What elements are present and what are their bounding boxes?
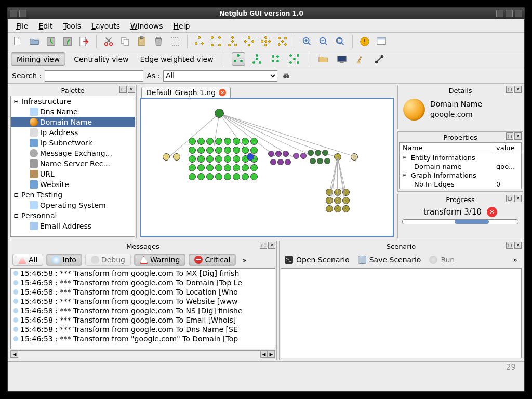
message-row[interactable]: 15:46:58 : *** Transform from google.com… [11,315,275,325]
window-view-button[interactable] [375,35,388,48]
graph-node[interactable] [233,138,240,145]
graph-node[interactable] [224,164,231,171]
warning-indicator-icon[interactable] [358,35,371,48]
menu-edit[interactable]: Edit [34,21,57,31]
centrality-view-button[interactable]: Centrality view [71,53,131,65]
graph-node[interactable] [250,164,258,171]
graph-node[interactable] [189,138,196,145]
graph-node[interactable] [308,150,314,156]
graph-node[interactable] [215,109,224,118]
layout-hierarchical-button[interactable] [193,35,206,48]
save-button[interactable] [44,35,58,48]
graph-node[interactable] [250,173,258,180]
save-scenario-button[interactable]: Save Scenario [358,256,421,264]
exit-button[interactable] [77,35,91,48]
search-input[interactable] [45,70,143,82]
graph-node[interactable] [206,164,214,171]
palette-item[interactable]: URL [11,169,135,179]
graph-node[interactable] [197,138,205,145]
copy-button[interactable] [118,35,132,48]
edge-tool-button[interactable] [373,52,386,66]
graph-node[interactable] [326,205,333,212]
menu-tools[interactable]: Tools [59,21,86,31]
graph-node[interactable] [242,147,249,154]
palette-item[interactable]: Email Address [11,221,135,231]
scenario-close-icon[interactable]: ✕ [514,242,522,249]
scenario-canvas[interactable] [281,268,522,358]
graph-node[interactable] [215,138,222,145]
graph-tab-close-icon[interactable]: ✕ [219,89,226,96]
zoom-out-button[interactable] [317,35,330,48]
graph-node[interactable] [189,173,196,180]
palette-item[interactable]: Domain Name [11,117,135,127]
progress-undock-icon[interactable]: ▢ [506,195,513,202]
graph-node[interactable] [300,153,307,159]
graph-node[interactable] [315,150,321,156]
graph-node[interactable] [285,159,291,165]
graph-node[interactable] [233,164,240,171]
palette-category[interactable]: ⊟Infrastructure [11,96,135,107]
graph-node[interactable] [206,173,214,180]
palette-undock-icon[interactable]: ▢ [119,86,127,93]
palette-item[interactable]: Ip Address [11,127,135,138]
edge-weighted-view-button[interactable]: Edge weighted view [137,53,217,65]
layout-molecular-button[interactable] [243,35,256,48]
property-group[interactable]: Entity Informations [400,153,521,162]
run-scenario-button[interactable]: Run [429,256,455,264]
properties-table[interactable]: Namevalue Entity InformationsDomain name… [399,142,522,189]
graph-node[interactable] [224,138,231,145]
titlebar-pin-icon[interactable] [19,10,26,17]
filter-overflow-icon[interactable]: » [242,256,246,264]
col-value[interactable]: value [493,143,521,153]
green-layout-1-button[interactable] [232,52,245,66]
graph-node[interactable] [242,164,249,171]
palette-item[interactable]: Dns Name [11,107,135,117]
layout-tree-button[interactable] [259,35,273,48]
graph-node[interactable] [215,164,222,171]
clean-button[interactable] [354,52,367,66]
save-as-button[interactable] [61,35,74,48]
progress-stop-button[interactable]: ✕ [487,207,497,217]
graph-node[interactable] [277,159,284,165]
graph-node[interactable] [189,155,196,163]
message-row[interactable]: 15:46:58 : *** Transform from google.com… [11,306,275,315]
details-undock-icon[interactable]: ▢ [506,86,513,93]
details-close-icon[interactable]: ✕ [514,86,522,93]
open-scenario-button[interactable]: >_Open Scenario [285,256,350,264]
graph-node[interactable] [322,150,328,156]
graph-node[interactable] [310,158,316,164]
message-row[interactable]: 15:46:58 : *** Transform from google.com… [11,269,275,278]
search-as-select[interactable]: All [163,70,277,82]
property-group[interactable]: Graph Informations [400,171,521,180]
menu-windows[interactable]: Windows [126,21,167,31]
properties-undock-icon[interactable]: ▢ [506,132,513,140]
message-row[interactable]: 15:46:53 : *** Transform from "google.co… [11,334,275,343]
screenshot-button[interactable] [335,52,349,66]
filter-warning-button[interactable]: Warning [134,254,186,266]
layout-radial-button[interactable] [276,35,289,48]
col-name[interactable]: Name [400,143,493,153]
graph-node[interactable] [242,173,249,180]
graph-canvas[interactable] [140,98,394,237]
graph-node[interactable] [215,147,222,154]
green-layout-4-button[interactable] [288,52,301,66]
palette-category[interactable]: ⊟Personnal [11,210,135,221]
graph-node[interactable] [224,173,231,180]
graph-node[interactable] [197,155,205,163]
zoom-in-button[interactable] [300,35,314,48]
green-layout-2-button[interactable] [250,52,264,66]
paste-button[interactable] [135,35,149,48]
menu-layouts[interactable]: Layouts [87,21,124,31]
graph-node[interactable] [189,164,196,171]
graph-node[interactable] [351,153,358,161]
graph-node[interactable] [206,147,214,154]
menu-file[interactable]: File [12,21,32,31]
properties-close-icon[interactable]: ✕ [514,132,522,140]
graph-node[interactable] [173,153,180,161]
new-file-button[interactable] [11,35,24,48]
messages-hscrollbar[interactable]: ◀ ◀ ▶ [10,350,275,358]
zoom-fit-button[interactable] [334,35,347,48]
graph-node[interactable] [247,153,254,161]
binoculars-icon[interactable] [281,70,292,82]
messages-undock-icon[interactable]: ▢ [260,242,267,249]
